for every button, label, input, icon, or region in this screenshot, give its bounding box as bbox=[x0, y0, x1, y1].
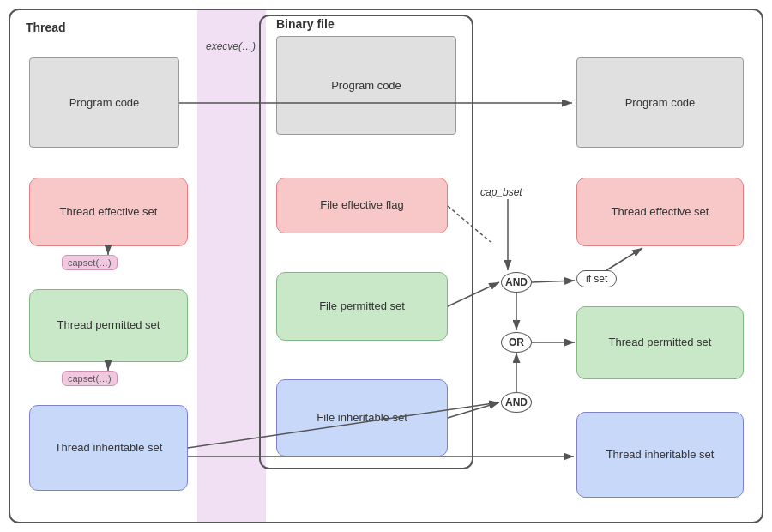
program-code-right: Program code bbox=[576, 57, 744, 148]
thread-permitted-right: Thread permitted set bbox=[576, 306, 744, 379]
execve-band bbox=[197, 10, 266, 522]
program-code-middle: Program code bbox=[276, 36, 456, 135]
file-effective-flag: File effective flag bbox=[276, 178, 448, 233]
cap-bset-label: cap_bset bbox=[480, 186, 522, 198]
svg-line-11 bbox=[606, 248, 642, 270]
capset-pill-2: capset(…) bbox=[62, 371, 118, 386]
thread-effective-left: Thread effective set bbox=[29, 178, 188, 246]
file-inheritable-set: File inheritable set bbox=[276, 379, 448, 456]
program-code-left: Program code bbox=[29, 57, 179, 148]
main-container: Thread execve(…) Binary file Program cod… bbox=[9, 9, 763, 523]
file-permitted-set: File permitted set bbox=[276, 272, 448, 341]
if-set-pill: if set bbox=[576, 270, 617, 287]
thread-label: Thread bbox=[26, 21, 66, 34]
thread-effective-right: Thread effective set bbox=[576, 178, 744, 246]
capset-pill-1: capset(…) bbox=[62, 255, 118, 270]
execve-label: execve(…) bbox=[206, 40, 256, 52]
thread-inheritable-left: Thread inheritable set bbox=[29, 405, 188, 491]
or-box: OR bbox=[501, 332, 532, 353]
binary-file-label: Binary file bbox=[276, 17, 335, 31]
and-box-1: AND bbox=[501, 272, 532, 293]
and-box-2: AND bbox=[501, 392, 532, 413]
svg-line-10 bbox=[532, 281, 575, 282]
thread-permitted-left: Thread permitted set bbox=[29, 289, 188, 362]
thread-inheritable-right: Thread inheritable set bbox=[576, 412, 744, 498]
